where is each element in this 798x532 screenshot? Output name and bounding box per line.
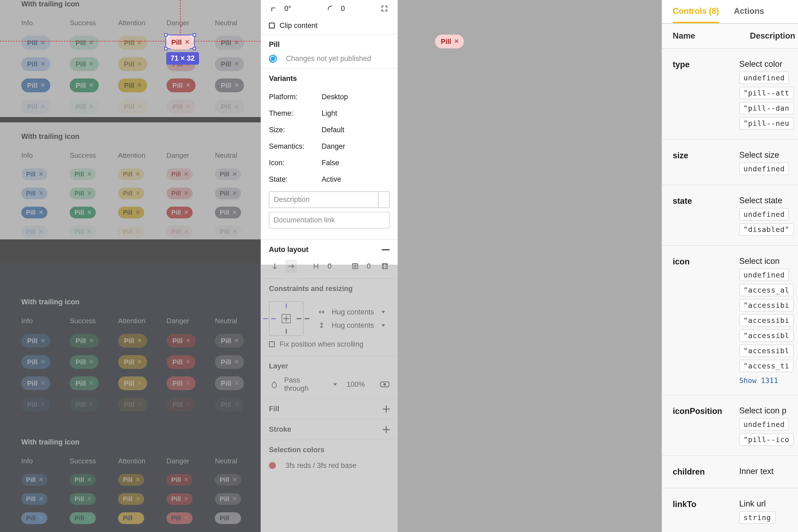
v-resize-mode[interactable]: Hug contents (332, 321, 374, 329)
tab-controls[interactable]: Controls (8) (673, 6, 719, 23)
close-icon[interactable]: × (87, 189, 92, 197)
close-icon[interactable]: × (184, 495, 188, 502)
close-icon[interactable]: × (137, 379, 142, 387)
close-icon[interactable]: × (41, 81, 45, 89)
close-icon[interactable]: × (87, 514, 92, 521)
close-icon[interactable]: × (137, 60, 142, 68)
pill-attention[interactable]: Pill× (118, 36, 147, 50)
resize-handle[interactable] (164, 33, 168, 37)
spacing-value[interactable]: 0 (328, 262, 332, 270)
close-icon[interactable]: × (89, 81, 93, 89)
pill-attention[interactable]: Pill× (118, 168, 144, 180)
show-more-link[interactable]: Show 1311 (739, 376, 778, 385)
pill-info[interactable]: Pill× (21, 474, 48, 486)
close-icon[interactable]: × (454, 38, 459, 45)
clip-content-checkbox[interactable] (269, 23, 275, 28)
pill-neutral[interactable]: Pill× (215, 57, 244, 71)
h-resize-mode[interactable]: Hug contents (332, 308, 374, 316)
pill-danger[interactable]: Pill× (167, 168, 193, 180)
pill-attention[interactable]: Pill× (118, 376, 147, 390)
pill-attention[interactable]: Pill× (118, 512, 144, 524)
corner-value[interactable]: 0 (341, 4, 345, 13)
storybook-controls[interactable]: Controls (8) Actions Name Description ty… (662, 0, 798, 532)
pill-attention[interactable]: Pill× (118, 355, 147, 369)
pill-attention[interactable]: Pill× (118, 474, 144, 486)
pill-danger-selected[interactable]: Pill× (166, 35, 194, 49)
pill-info[interactable]: Pill× (21, 376, 50, 390)
close-icon[interactable]: × (136, 514, 140, 521)
pill-attention[interactable]: Pill× (118, 207, 144, 218)
pill-danger[interactable]: Pill× (167, 78, 195, 92)
close-icon[interactable]: × (39, 189, 43, 197)
pill-success[interactable]: Pill× (70, 493, 96, 505)
close-icon[interactable]: × (89, 358, 93, 365)
close-icon[interactable]: × (184, 514, 188, 521)
close-icon[interactable]: × (136, 170, 140, 178)
pill-attention[interactable]: Pill× (118, 188, 144, 199)
pill-neutral[interactable]: Pill× (215, 188, 241, 199)
pill-info[interactable]: Pill× (21, 188, 48, 199)
pill-success[interactable]: Pill× (70, 376, 99, 390)
selection-outline[interactable]: Pill× (166, 35, 195, 49)
pill-neutral[interactable]: Pill× (215, 355, 244, 369)
close-icon[interactable]: × (184, 189, 188, 197)
close-icon[interactable]: × (185, 38, 189, 46)
pill-neutral[interactable]: Pill× (215, 207, 241, 218)
close-icon[interactable]: × (234, 60, 239, 68)
pill-info[interactable]: Pill× (21, 355, 50, 369)
visibility-icon[interactable] (380, 381, 390, 387)
documentation-link-input[interactable]: Documentation link (269, 212, 390, 228)
close-icon[interactable]: × (186, 379, 190, 387)
close-icon[interactable]: × (41, 358, 45, 365)
close-icon[interactable]: × (234, 358, 239, 365)
pill-neutral[interactable]: Pill× (215, 168, 241, 180)
close-icon[interactable]: × (136, 189, 140, 197)
close-icon[interactable]: × (89, 39, 93, 46)
pill-attention[interactable]: Pill× (118, 493, 144, 505)
close-icon[interactable]: × (41, 39, 45, 46)
close-icon[interactable]: × (232, 170, 237, 178)
close-icon[interactable]: × (39, 209, 43, 216)
pill-neutral[interactable]: Pill× (215, 493, 241, 505)
variant-value[interactable]: Default (322, 126, 344, 134)
pill-danger[interactable]: Pill× (167, 334, 195, 348)
close-icon[interactable]: × (136, 476, 140, 483)
pill-success[interactable]: Pill× (70, 168, 96, 180)
add-stroke-icon[interactable] (383, 426, 390, 433)
blend-mode[interactable]: Pass through (284, 376, 326, 393)
constraint-picker[interactable] (269, 301, 304, 336)
pill-neutral[interactable]: Pill× (215, 474, 241, 486)
pill-success[interactable]: Pill× (70, 474, 96, 486)
pill-info[interactable]: Pill× (21, 493, 48, 505)
pill-info[interactable]: Pill× (21, 334, 50, 348)
rotation-value[interactable]: 0° (284, 4, 291, 13)
variant-value[interactable]: Light (322, 109, 337, 118)
close-icon[interactable]: × (184, 209, 188, 216)
pill-danger[interactable]: Pill× (167, 355, 195, 369)
direction-horizontal-button[interactable] (285, 260, 297, 273)
pill-info[interactable]: Pill× (21, 512, 48, 524)
pill-success[interactable]: Pill× (70, 355, 99, 369)
variant-value[interactable]: Active (322, 175, 341, 184)
close-icon[interactable]: × (137, 337, 142, 344)
variant-value[interactable]: Desktop (322, 93, 348, 101)
close-icon[interactable]: × (89, 337, 93, 344)
resize-handle[interactable] (193, 47, 196, 50)
variant-value[interactable]: Danger (322, 142, 345, 151)
pill-neutral[interactable]: Pill× (215, 78, 244, 92)
close-icon[interactable]: × (184, 170, 188, 178)
pill-preview[interactable]: Pill× (435, 35, 464, 49)
close-icon[interactable]: × (39, 476, 43, 483)
pill-neutral[interactable]: Pill× (215, 334, 244, 348)
resize-handle[interactable] (164, 47, 168, 50)
fix-position-checkbox[interactable] (269, 341, 275, 347)
expand-icon[interactable] (379, 3, 390, 14)
close-icon[interactable]: × (41, 60, 45, 68)
close-icon[interactable]: × (39, 170, 43, 178)
close-icon[interactable]: × (186, 358, 190, 365)
close-icon[interactable]: × (87, 476, 92, 483)
pill-success[interactable]: Pill× (70, 334, 99, 348)
close-icon[interactable]: × (87, 170, 92, 178)
pill-success[interactable]: Pill× (70, 57, 99, 71)
close-icon[interactable]: × (234, 379, 239, 387)
